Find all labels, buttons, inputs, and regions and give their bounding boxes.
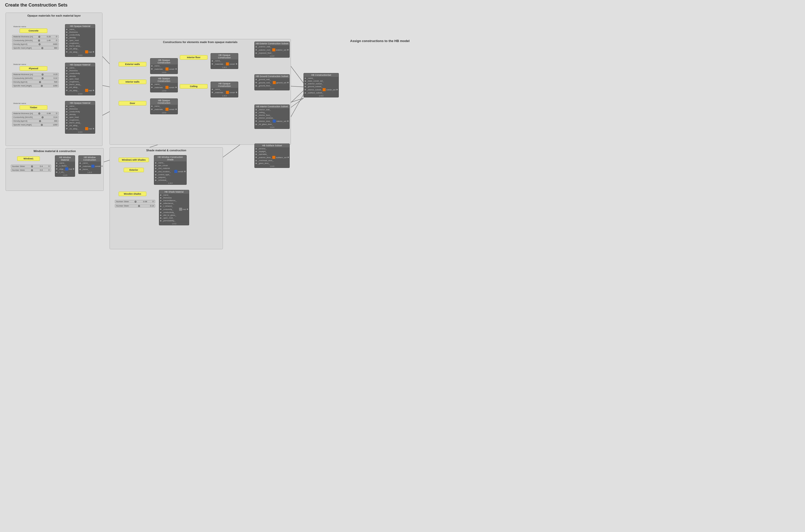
concrete-specific-heat-param: Specific heat [J/kgK] 880: [12, 46, 59, 50]
timber-input[interactable]: Timber: [20, 105, 48, 110]
plywood-thickness-param: Material thickness [m] 0.15: [12, 73, 59, 76]
page-title: Create the Construction Sets: [5, 2, 803, 8]
plywood-name-label: Material name: [13, 63, 26, 65]
hb-shade-material-node: HB Shade Material _name_ _thickness _tra…: [159, 190, 189, 225]
main-canvas: Create the Construction Sets: [0, 0, 805, 532]
hb-construction-set: HB ConstructionSet _name_ _base_constr_s…: [303, 73, 339, 97]
timber-thickness-param: Material thickness [m] 0.08 ⚙: [12, 112, 59, 115]
interior-walls-input[interactable]: Interior walls: [119, 79, 146, 84]
exterior-input[interactable]: Exterior: [124, 168, 144, 172]
concrete-density-param: Density [kg/m3] 2400: [12, 42, 59, 46]
timber-conductivity-param: Conductivity [W/m2K] 0.14: [12, 116, 59, 119]
concrete-input[interactable]: Concrete: [20, 28, 48, 33]
door-input[interactable]: Door: [119, 101, 146, 106]
window-material-panel: Window material & construction Window1 N…: [5, 148, 104, 191]
hb-opaque-construction-5: HB Opaque Construction _name_ _materials…: [150, 98, 178, 114]
hb-opaque-construction-3: HB Opaque Construction _name_ _materials…: [210, 53, 238, 69]
exterior-walls-input[interactable]: Exterior walls: [119, 62, 146, 66]
wooden-shades-slider-2: Number Slider 0.14: [115, 204, 155, 207]
hb-opaque-construction-1: HB Opaque Construction _name_ _materials…: [150, 58, 178, 74]
concrete-thickness-param: Material thickness [m] 0.20 ⚙: [12, 35, 59, 38]
hb-ground-construction-subset: HB Ground Construction Subset _ground_wa…: [255, 74, 290, 90]
hb-exterior-construction-subset: HB Exterior Construction Subset _exterio…: [255, 41, 290, 58]
hb-interior-construction-subset: HB Interior Construction Subset _interio…: [255, 104, 290, 129]
opaque-materials-panel: Opaque materials for each material layer…: [5, 13, 102, 146]
concrete-name-label: Material name: [13, 25, 26, 28]
timber-name-label: Material name: [13, 102, 26, 104]
shade-material-title: Shade material & construction: [110, 148, 223, 153]
hb-opaque-construction-4: HB Opaque Construction _name_ _materials…: [210, 81, 238, 97]
assign-constructions-label: Assign constructions to the HB model: [350, 39, 410, 43]
concrete-conductivity-param: Conductivity [W/m2K] 1.40 ⚙: [12, 39, 59, 42]
ceiling-node[interactable]: Ceiling: [180, 84, 208, 89]
hb-window-construction-node: HB Window Construction _name_ _materials…: [78, 155, 101, 174]
wooden-shades-input[interactable]: Wooden shades: [119, 192, 146, 196]
hb-opaque-construction-2: HB Opaque Construction _name_ _materials…: [150, 77, 178, 92]
hb-subface-subset: HB Subface Subset _window_ _skylight_ _o…: [255, 144, 290, 168]
timber-specific-heat-param: Specific heat [J/kgK] 1200: [12, 123, 59, 127]
hb-opaque-material-node-3: HB Opaque Material _name_ _thickness _co…: [65, 101, 95, 134]
window1-with-shades-input[interactable]: Window1 with Shades: [119, 158, 149, 162]
timber-density-param: Density [kg/m3] 400: [12, 119, 59, 122]
plywood-conductivity-param: Conductivity [W/m2K] 0.12: [12, 77, 59, 80]
shade-material-panel: Shade material & construction Window1 wi…: [110, 147, 223, 249]
window-number-slider-1: Number Slider 0.4 ⚙: [11, 165, 51, 168]
window-material-title: Window material & construction: [6, 148, 104, 153]
window-number-slider-2: Number Slider 0.6 ⚙: [11, 168, 51, 172]
plywood-specific-heat-param: Specific heat [J/kgK] 1200: [12, 84, 59, 87]
hb-window-material-node: HB Window Material _name_ _u_factor_ _sh…: [55, 155, 75, 177]
interior-floor-node[interactable]: Interior floor: [180, 55, 208, 60]
window1-input[interactable]: Window1: [17, 156, 40, 161]
plywood-input[interactable]: Plywood: [20, 66, 48, 71]
hb-opaque-material-node-1: HB Opaque Material _name_ _thickness _co…: [65, 24, 95, 57]
opaque-materials-title: Opaque materials for each material layer: [6, 13, 102, 18]
hb-window-construction-shade-node: HB Window Construction Shade _name_ _win…: [154, 155, 187, 185]
wooden-shades-slider-1: Number Slider 0.08 ⚙: [115, 200, 155, 203]
plywood-density-param: Density [kg/m3] 540: [12, 80, 59, 83]
hb-opaque-material-node-2: HB Opaque Material _name_ _thickness _co…: [65, 63, 95, 95]
